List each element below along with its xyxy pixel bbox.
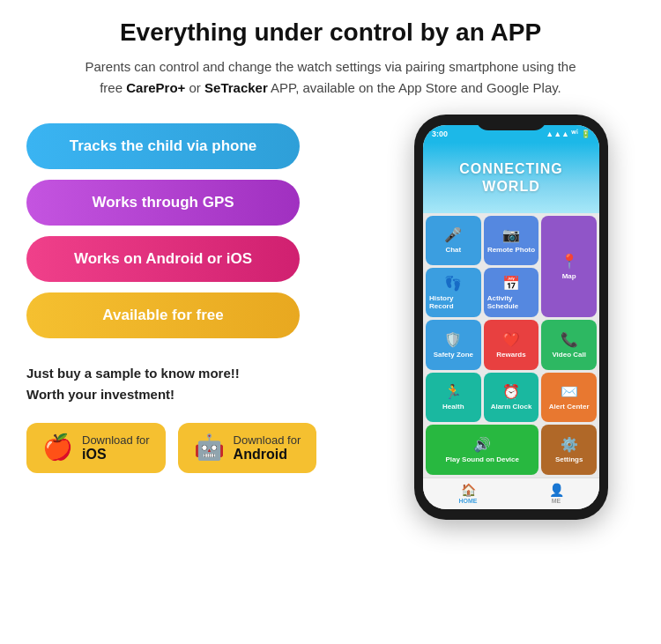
subtitle: Parents can control and change the watch…: [75, 56, 586, 99]
grid-remote-photo[interactable]: 📷Remote Photo: [484, 216, 539, 265]
grid-alarm[interactable]: ⏰Alarm Clock: [484, 373, 539, 422]
tab-me[interactable]: 👤 ME: [549, 483, 564, 504]
android-icon: 🤖: [194, 435, 225, 460]
apple-icon: 🍎: [42, 435, 73, 460]
grid-activity[interactable]: 📅Activity Schedule: [484, 268, 539, 317]
tab-home-label: HOME: [459, 498, 478, 504]
grid-history[interactable]: 👣History Record: [426, 268, 481, 317]
pill-tracks-phone: Tracks the child via phone: [26, 123, 300, 169]
time: 3:00: [432, 130, 448, 138]
app-grid: 🎤Chat 📷Remote Photo 📍Map 👣History Record: [423, 213, 599, 477]
grid-health[interactable]: 🏃Health: [426, 373, 481, 422]
left-column: Tracks the child via phone Works through…: [26, 115, 379, 473]
android-platform: Android: [234, 447, 301, 463]
android-btn-text: Download for Android: [234, 433, 301, 463]
app-bottom-bar: 🏠 HOME 👤 ME: [423, 477, 599, 509]
grid-chat[interactable]: 🎤Chat: [426, 216, 481, 265]
grid-map[interactable]: 📍Map: [541, 216, 597, 318]
main-container: Everything under control by an APP Paren…: [0, 0, 661, 644]
cta-text: Just buy a sample to know more!! Worth y…: [26, 363, 379, 405]
ios-label: Download for: [82, 433, 150, 447]
pill-android-ios: Works on Android or iOS: [26, 236, 300, 282]
app-header: CONNECTING WORLD: [423, 143, 599, 213]
main-title: Everything under control by an APP: [120, 18, 541, 48]
grid-alert[interactable]: ✉️Alert Center: [541, 373, 597, 422]
cta-line2: Worth your investment!: [26, 384, 379, 405]
ios-platform: iOS: [82, 447, 150, 463]
grid-play-sound[interactable]: 🔊Play Sound on Device: [426, 425, 538, 474]
grid-rewards[interactable]: ❤️Rewards: [484, 320, 539, 369]
download-android-button[interactable]: 🤖 Download for Android: [178, 423, 317, 473]
grid-video-call[interactable]: 📞Video Call: [541, 320, 597, 369]
ios-btn-text: Download for iOS: [82, 433, 150, 463]
content-row: Tracks the child via phone Works through…: [26, 115, 635, 520]
app-title: CONNECTING WORLD: [459, 160, 563, 194]
phone-outer: 3:00 ▲▲▲ ᵂⁱ 🔋 CONNECTING WORLD 🎤Chat: [414, 115, 608, 520]
download-ios-button[interactable]: 🍎 Download for iOS: [26, 423, 166, 473]
android-label: Download for: [234, 433, 301, 447]
signal: ▲▲▲ ᵂⁱ 🔋: [546, 130, 590, 138]
cta-line1: Just buy a sample to know more!!: [26, 363, 379, 384]
grid-settings[interactable]: ⚙️Settings: [541, 425, 597, 474]
pill-free: Available for free: [26, 292, 300, 338]
grid-safety[interactable]: 🛡️Safety Zone: [426, 320, 481, 369]
tab-home[interactable]: 🏠 HOME: [459, 483, 478, 504]
download-buttons: 🍎 Download for iOS 🤖 Download for Androi…: [26, 423, 379, 473]
phone-notch: [476, 115, 546, 130]
phone-mockup-column: 3:00 ▲▲▲ ᵂⁱ 🔋 CONNECTING WORLD 🎤Chat: [388, 115, 635, 520]
pill-gps: Works through GPS: [26, 180, 300, 226]
phone-screen: 3:00 ▲▲▲ ᵂⁱ 🔋 CONNECTING WORLD 🎤Chat: [423, 125, 599, 509]
tab-me-label: ME: [552, 498, 561, 504]
